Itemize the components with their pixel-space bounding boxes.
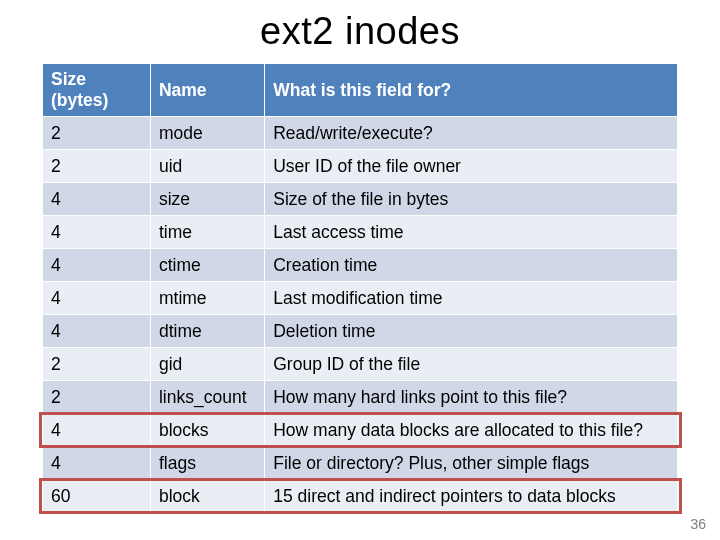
- col-header-size: Size (bytes): [43, 64, 151, 117]
- table-row: 4ctimeCreation time: [43, 249, 678, 282]
- cell-desc: 15 direct and indirect pointers to data …: [265, 480, 678, 513]
- slide-title: ext2 inodes: [0, 10, 720, 53]
- cell-name: mode: [150, 117, 264, 150]
- cell-size: 4: [43, 315, 151, 348]
- table-wrapper: Size (bytes) Name What is this field for…: [42, 63, 678, 513]
- cell-size: 4: [43, 447, 151, 480]
- cell-size: 2: [43, 117, 151, 150]
- cell-size: 2: [43, 348, 151, 381]
- col-header-name: Name: [150, 64, 264, 117]
- table-row: 4timeLast access time: [43, 216, 678, 249]
- cell-size: 4: [43, 216, 151, 249]
- cell-desc: Group ID of the file: [265, 348, 678, 381]
- table-row: 2links_countHow many hard links point to…: [43, 381, 678, 414]
- cell-name: block: [150, 480, 264, 513]
- cell-name: flags: [150, 447, 264, 480]
- cell-name: uid: [150, 150, 264, 183]
- cell-desc: How many data blocks are allocated to th…: [265, 414, 678, 447]
- table-row: 4mtimeLast modification time: [43, 282, 678, 315]
- cell-size: 4: [43, 414, 151, 447]
- table-row: 4blocksHow many data blocks are allocate…: [43, 414, 678, 447]
- cell-size: 4: [43, 249, 151, 282]
- cell-desc: Last access time: [265, 216, 678, 249]
- cell-name: time: [150, 216, 264, 249]
- page-number: 36: [690, 516, 706, 532]
- cell-name: links_count: [150, 381, 264, 414]
- cell-size: 4: [43, 183, 151, 216]
- table-row: 60block15 direct and indirect pointers t…: [43, 480, 678, 513]
- cell-name: size: [150, 183, 264, 216]
- cell-desc: Last modification time: [265, 282, 678, 315]
- cell-desc: File or directory? Plus, other simple fl…: [265, 447, 678, 480]
- cell-size: 2: [43, 381, 151, 414]
- col-header-desc: What is this field for?: [265, 64, 678, 117]
- cell-desc: Creation time: [265, 249, 678, 282]
- cell-name: mtime: [150, 282, 264, 315]
- cell-name: blocks: [150, 414, 264, 447]
- table-row: 4sizeSize of the file in bytes: [43, 183, 678, 216]
- cell-size: 4: [43, 282, 151, 315]
- cell-desc: Read/write/execute?: [265, 117, 678, 150]
- cell-desc: How many hard links point to this file?: [265, 381, 678, 414]
- cell-size: 60: [43, 480, 151, 513]
- inode-table: Size (bytes) Name What is this field for…: [42, 63, 678, 513]
- table-row: 2uidUser ID of the file owner: [43, 150, 678, 183]
- cell-desc: Deletion time: [265, 315, 678, 348]
- table-row: 4flagsFile or directory? Plus, other sim…: [43, 447, 678, 480]
- table-row: 4dtimeDeletion time: [43, 315, 678, 348]
- table-row: 2gidGroup ID of the file: [43, 348, 678, 381]
- cell-name: gid: [150, 348, 264, 381]
- cell-desc: User ID of the file owner: [265, 150, 678, 183]
- table-row: 2modeRead/write/execute?: [43, 117, 678, 150]
- cell-name: dtime: [150, 315, 264, 348]
- slide: ext2 inodes Size (bytes) Name What is th…: [0, 0, 720, 540]
- table-header-row: Size (bytes) Name What is this field for…: [43, 64, 678, 117]
- cell-size: 2: [43, 150, 151, 183]
- cell-desc: Size of the file in bytes: [265, 183, 678, 216]
- cell-name: ctime: [150, 249, 264, 282]
